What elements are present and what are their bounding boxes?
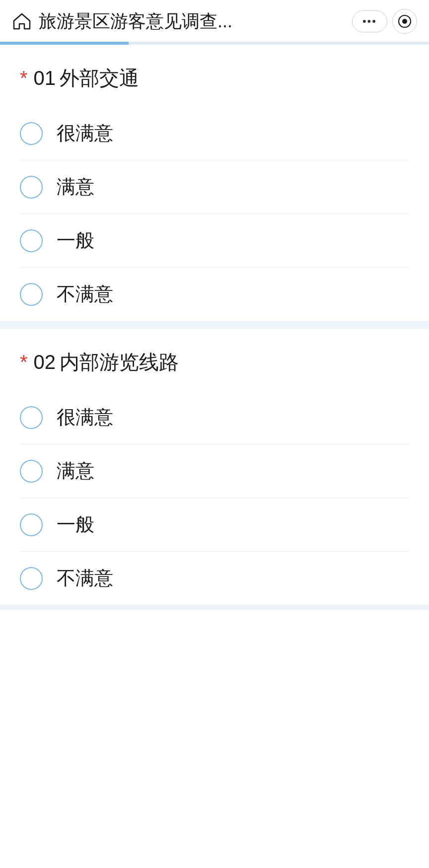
- q1-label-2: 满意: [57, 174, 94, 200]
- q1-radio-2[interactable]: [20, 176, 43, 199]
- question-2-title: * 02 内部游览线路: [20, 349, 409, 376]
- question-1-text: 外部交通: [60, 65, 139, 92]
- more-dots-icon: •••: [362, 15, 377, 28]
- more-button[interactable]: •••: [352, 10, 387, 32]
- q1-option-1[interactable]: 很满意: [20, 107, 409, 160]
- question-1-required-mark: *: [20, 67, 28, 89]
- q1-radio-1[interactable]: [20, 122, 43, 145]
- question-1-title: * 01 外部交通: [20, 65, 409, 92]
- q2-radio-4[interactable]: [20, 567, 43, 590]
- section-divider-1: [0, 321, 429, 329]
- q1-radio-4[interactable]: [20, 283, 43, 306]
- question-2-section: * 02 内部游览线路 很满意 满意 一般 不满意: [0, 329, 429, 605]
- q2-label-4: 不满意: [57, 566, 113, 591]
- q1-option-2[interactable]: 满意: [20, 160, 409, 214]
- record-button[interactable]: [392, 9, 417, 34]
- q1-radio-3[interactable]: [20, 229, 43, 252]
- q1-label-3: 一般: [57, 228, 94, 253]
- app-header: 旅游景区游客意见调查... •••: [0, 0, 429, 42]
- q1-label-4: 不满意: [57, 282, 113, 307]
- survey-content: * 01 外部交通 很满意 满意 一般 不满意: [0, 45, 429, 610]
- question-1-number: 01: [34, 67, 56, 89]
- q1-option-3[interactable]: 一般: [20, 214, 409, 268]
- question-1-options: 很满意 满意 一般 不满意: [20, 107, 409, 321]
- question-2-required-mark: *: [20, 351, 28, 373]
- header-left: 旅游景区游客意见调查...: [12, 9, 232, 34]
- q2-radio-3[interactable]: [20, 513, 43, 536]
- header-title: 旅游景区游客意见调查...: [39, 9, 232, 34]
- q2-option-3[interactable]: 一般: [20, 498, 409, 552]
- question-1-section: * 01 外部交通 很满意 满意 一般 不满意: [0, 45, 429, 321]
- svg-point-1: [402, 19, 407, 24]
- q2-label-3: 一般: [57, 512, 94, 537]
- question-2-number: 02: [34, 351, 56, 373]
- home-icon[interactable]: [12, 11, 32, 31]
- q2-option-2[interactable]: 满意: [20, 444, 409, 498]
- q2-option-1[interactable]: 很满意: [20, 391, 409, 444]
- q2-option-4[interactable]: 不满意: [20, 552, 409, 605]
- q1-option-4[interactable]: 不满意: [20, 268, 409, 321]
- bottom-divider: [0, 605, 429, 610]
- q2-radio-2[interactable]: [20, 460, 43, 483]
- question-2-text: 内部游览线路: [60, 349, 179, 376]
- q2-label-1: 很满意: [57, 405, 113, 430]
- q2-label-2: 满意: [57, 458, 94, 484]
- q1-label-1: 很满意: [57, 121, 113, 146]
- header-right: •••: [352, 9, 417, 34]
- q2-radio-1[interactable]: [20, 406, 43, 429]
- question-2-options: 很满意 满意 一般 不满意: [20, 391, 409, 605]
